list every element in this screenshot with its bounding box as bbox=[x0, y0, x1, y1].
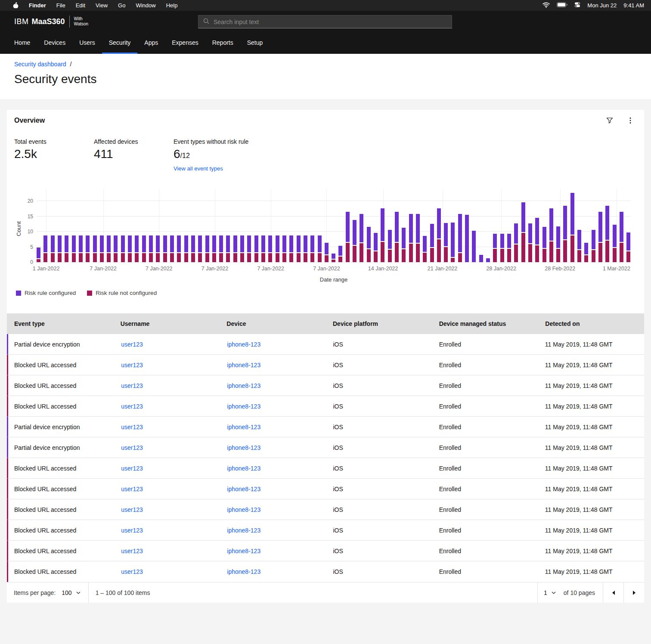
metrics-row: Total events 2.5k Affected devices 411 E… bbox=[7, 131, 644, 172]
tab-security[interactable]: Security bbox=[102, 32, 138, 54]
page-number-select[interactable]: 1 bbox=[537, 582, 562, 603]
wifi-icon[interactable] bbox=[542, 2, 550, 9]
cell-detected-on: 11 May 2019, 11:48 GMT bbox=[538, 403, 644, 410]
apple-icon[interactable] bbox=[13, 2, 19, 9]
menu-item-file[interactable]: File bbox=[56, 2, 65, 9]
column-header-device: Device bbox=[219, 320, 326, 327]
cell-device-link[interactable]: iphone8-123 bbox=[227, 568, 260, 575]
menu-item-go[interactable]: Go bbox=[118, 2, 125, 9]
cell-device-link[interactable]: iphone8-123 bbox=[227, 465, 260, 472]
cell-device-managed-status: Enrolled bbox=[432, 382, 538, 389]
card-actions bbox=[601, 112, 639, 129]
cell-username-link[interactable]: user123 bbox=[121, 465, 143, 472]
bar-segment-risk-rule-configured bbox=[430, 224, 434, 247]
tab-setup[interactable]: Setup bbox=[240, 32, 270, 54]
menu-item-help[interactable]: Help bbox=[166, 2, 178, 9]
menubar-date[interactable]: Mon Jun 22 bbox=[587, 2, 617, 9]
card-header: Overview bbox=[7, 110, 644, 131]
cell-device-link[interactable]: iphone8-123 bbox=[227, 527, 260, 534]
pagination-right: 1 of 10 pages bbox=[537, 582, 644, 603]
bar-segment-risk-rule-configured bbox=[93, 235, 97, 252]
chart-bar bbox=[451, 223, 455, 262]
chart-bar bbox=[549, 208, 553, 262]
control-center-icon[interactable] bbox=[574, 2, 580, 9]
bar-segment-risk-rule-configured bbox=[191, 235, 195, 252]
bar-segment-risk-rule-not-configured bbox=[325, 255, 329, 262]
chart-bar bbox=[43, 235, 47, 262]
bar-segment-risk-rule-configured bbox=[51, 235, 55, 252]
bar-segment-risk-rule-not-configured bbox=[198, 253, 202, 262]
menu-item-finder[interactable]: Finder bbox=[29, 2, 46, 9]
tab-devices[interactable]: Devices bbox=[37, 32, 72, 54]
chart-bar bbox=[402, 228, 406, 262]
chart-bar bbox=[584, 243, 588, 262]
tab-expenses[interactable]: Expenses bbox=[165, 32, 205, 54]
tab-home[interactable]: Home bbox=[7, 32, 37, 54]
overflow-menu-icon[interactable] bbox=[622, 112, 639, 129]
cell-username-link[interactable]: user123 bbox=[121, 424, 143, 430]
cell-username-link[interactable]: user123 bbox=[121, 486, 143, 492]
breadcrumb-link-security-dashboard[interactable]: Security dashboard bbox=[14, 61, 66, 68]
cell-username-link[interactable]: user123 bbox=[121, 527, 143, 534]
chart-bar bbox=[310, 235, 314, 262]
previous-page-button[interactable] bbox=[603, 582, 623, 603]
chart-bar bbox=[437, 208, 441, 262]
bar-segment-risk-rule-configured bbox=[65, 235, 68, 252]
brand-logo: IBM MaaS360 With Watson bbox=[14, 15, 88, 28]
view-all-event-types-link[interactable]: View all event types bbox=[174, 165, 248, 172]
chart-bar bbox=[360, 214, 363, 262]
cell-device-link[interactable]: iphone8-123 bbox=[227, 486, 260, 492]
next-page-button[interactable] bbox=[623, 582, 644, 603]
chart-bar bbox=[465, 215, 469, 262]
chart-bar bbox=[93, 235, 97, 262]
cell-username-link[interactable]: user123 bbox=[121, 568, 143, 575]
bar-segment-risk-rule-configured bbox=[156, 235, 160, 252]
menu-item-view[interactable]: View bbox=[96, 2, 108, 9]
bar-segment-risk-rule-configured bbox=[338, 246, 342, 256]
bar-segment-risk-rule-configured bbox=[514, 223, 518, 244]
overview-card: Overview bbox=[7, 110, 644, 603]
cell-username-link[interactable]: user123 bbox=[121, 506, 143, 513]
tab-apps[interactable]: Apps bbox=[137, 32, 165, 54]
cell-device-managed-status: Enrolled bbox=[432, 444, 538, 451]
cell-device-link[interactable]: iphone8-123 bbox=[227, 382, 260, 389]
cell-device-link[interactable]: iphone8-123 bbox=[227, 424, 260, 430]
bar-segment-risk-rule-not-configured bbox=[360, 243, 363, 262]
table-row: Blocked URL accesseduser123iphone8-123iO… bbox=[7, 355, 644, 375]
search-input[interactable] bbox=[214, 19, 447, 25]
cell-event-type: Partial device encryption bbox=[8, 444, 114, 451]
cell-username-link[interactable]: user123 bbox=[121, 444, 143, 451]
cell-username-link[interactable]: user123 bbox=[121, 341, 143, 348]
legend-item[interactable]: Risk rule configured bbox=[16, 290, 76, 296]
tab-reports[interactable]: Reports bbox=[205, 32, 240, 54]
bar-segment-risk-rule-configured bbox=[388, 230, 392, 249]
bar-segment-risk-rule-not-configured bbox=[353, 246, 356, 262]
cell-device-link[interactable]: iphone8-123 bbox=[227, 341, 260, 348]
cell-device-link[interactable]: iphone8-123 bbox=[227, 403, 260, 410]
bar-segment-risk-rule-configured bbox=[310, 235, 314, 252]
chart-bar bbox=[598, 212, 602, 262]
chart-bar bbox=[297, 235, 301, 262]
cell-device-link[interactable]: iphone8-123 bbox=[227, 548, 260, 554]
menubar-time[interactable]: 9:41 AM bbox=[623, 2, 644, 9]
y-tick-label: 20 bbox=[19, 198, 33, 204]
filter-icon[interactable] bbox=[601, 112, 618, 129]
cell-device-link[interactable]: iphone8-123 bbox=[227, 444, 260, 451]
cell-device-link[interactable]: iphone8-123 bbox=[227, 362, 260, 368]
bar-segment-risk-rule-not-configured bbox=[402, 249, 406, 262]
menu-item-edit[interactable]: Edit bbox=[76, 2, 85, 9]
cell-username-link[interactable]: user123 bbox=[121, 362, 143, 368]
cell-username-link[interactable]: user123 bbox=[121, 403, 143, 410]
items-per-page-select[interactable]: 100 bbox=[56, 582, 88, 603]
cell-username-link[interactable]: user123 bbox=[121, 548, 143, 554]
cell-username-link[interactable]: user123 bbox=[121, 382, 143, 389]
x-tick-label: 21 Jan-2022 bbox=[428, 266, 458, 272]
cell-device-link[interactable]: iphone8-123 bbox=[227, 506, 260, 513]
chart-bar bbox=[163, 235, 167, 262]
menu-item-window[interactable]: Window bbox=[136, 2, 155, 9]
legend-item[interactable]: Risk rule not configured bbox=[87, 290, 157, 296]
chart-bar bbox=[149, 235, 153, 262]
cell-event-type: Blocked URL accessed bbox=[8, 548, 114, 554]
table-row: Partial device encryptionuser123iphone8-… bbox=[7, 437, 644, 458]
tab-users[interactable]: Users bbox=[72, 32, 102, 54]
